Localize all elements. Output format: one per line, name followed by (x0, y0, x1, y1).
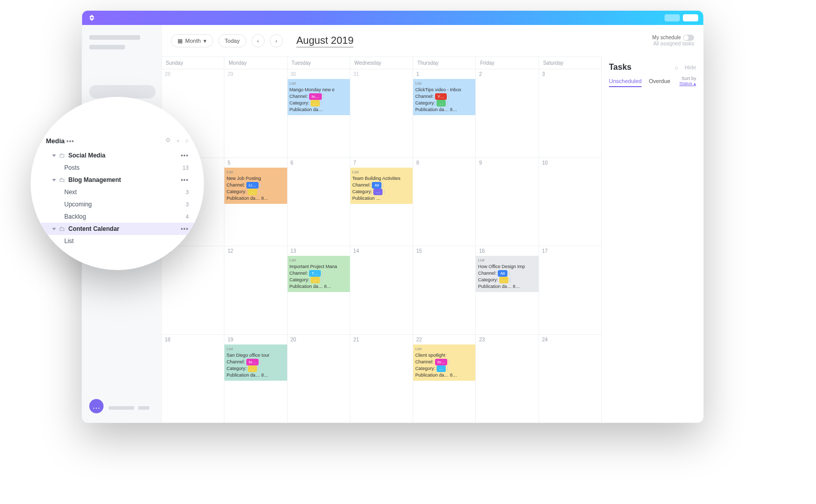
day-cell[interactable]: 29 (224, 69, 287, 157)
folder-icon: 🗀 (59, 152, 65, 159)
task-card[interactable]: ListHow Office Design ImpChannel: AllCat… (476, 256, 538, 292)
window-controls (665, 14, 698, 21)
task-card[interactable]: ListClient spotlightChannel: In…Category… (413, 344, 475, 381)
chat-icon[interactable]: … (89, 399, 104, 413)
task-card[interactable]: ListNew Job PostingChannel: Li…Category:… (224, 168, 287, 204)
day-cell[interactable]: 2 (476, 69, 539, 157)
day-cell[interactable]: 14 (350, 246, 413, 334)
window-control-pill[interactable] (683, 14, 698, 21)
hide-button[interactable]: Hide (684, 64, 696, 70)
search-icon[interactable]: ⌕ (185, 137, 189, 145)
day-cell[interactable]: 21 (350, 334, 413, 423)
day-cell[interactable]: 23 (476, 334, 539, 423)
category-chip: … (311, 277, 320, 283)
caret-down-icon (52, 228, 56, 230)
day-cell[interactable]: 9 (476, 157, 539, 246)
list-item[interactable]: Backlog4 (46, 210, 189, 223)
day-number: 2 (476, 69, 538, 79)
placeholder-line (89, 45, 125, 49)
space-name[interactable]: Media (46, 137, 65, 145)
task-card[interactable]: ListTeam Building ActivitiesChannel: All… (350, 168, 413, 204)
item-count: 3 (186, 189, 189, 195)
day-number: 21 (350, 335, 413, 344)
folder-icon: 🗀 (59, 225, 65, 232)
day-cell[interactable]: 24 (539, 334, 601, 423)
day-cell[interactable]: 16ListHow Office Design ImpChannel: AllC… (476, 246, 539, 334)
task-channel-row: Channel: All (478, 270, 536, 277)
task-card[interactable]: ListSan Diego office tourChannel: In…Cat… (224, 344, 287, 381)
task-card[interactable]: ListMango Monday new eChannel: In…Catego… (288, 79, 350, 115)
more-icon[interactable]: ••• (66, 138, 74, 145)
more-icon[interactable]: ••• (181, 225, 189, 232)
day-cell[interactable]: 7ListTeam Building ActivitiesChannel: Al… (350, 157, 413, 246)
task-list-label: List (290, 80, 348, 87)
folder-name: Content Calendar (68, 225, 119, 232)
list-item[interactable]: Next3 (46, 186, 189, 198)
more-icon[interactable]: ••• (181, 176, 189, 183)
day-cell[interactable]: 11 (162, 246, 224, 334)
day-number: 3 (539, 69, 601, 79)
task-list-label: List (352, 169, 411, 175)
day-cell[interactable]: 18 (162, 334, 224, 423)
plus-icon[interactable]: ＋ (175, 137, 181, 145)
search-placeholder[interactable] (89, 85, 156, 98)
task-channel-row: Channel: Y… (415, 93, 473, 100)
task-list-label: List (415, 346, 473, 352)
gear-icon[interactable]: ⚙ (165, 137, 171, 145)
day-header: Friday (476, 57, 539, 69)
placeholder-line (138, 406, 149, 410)
day-cell[interactable]: 3 (539, 69, 601, 157)
day-cell[interactable]: 19ListSan Diego office tourChannel: In…C… (224, 334, 287, 423)
more-icon[interactable]: ••• (181, 152, 189, 159)
task-card[interactable]: ListImportant Project ManaChannel: T…Cat… (288, 256, 350, 292)
prev-button[interactable]: ‹ (251, 34, 265, 47)
day-cell[interactable]: 31 (350, 69, 413, 157)
day-cell[interactable]: 1ListClickTips video - InboxChannel: Y…C… (413, 69, 476, 157)
next-button[interactable]: › (270, 34, 283, 47)
day-cell[interactable]: 8 (413, 157, 476, 246)
folder-item[interactable]: 🗀Blog Management••• (46, 174, 189, 186)
tab-unscheduled[interactable]: Unscheduled (609, 78, 642, 87)
day-cell[interactable]: 10 (539, 157, 601, 246)
task-title: Client spotlight (415, 352, 473, 359)
task-list-label: List (478, 257, 536, 263)
task-pub-row: Publication da… 8… (415, 107, 473, 113)
task-title: New Job Posting (226, 175, 285, 182)
list-item[interactable]: Posts13 (46, 162, 189, 174)
day-cell[interactable]: 12 (224, 246, 287, 334)
view-selector-button[interactable]: ▦ Month ▾ (171, 34, 213, 47)
task-card[interactable]: ListClickTips video - InboxChannel: Y…Ca… (413, 79, 475, 115)
item-count: 4 (186, 214, 189, 220)
day-cell[interactable]: 17 (539, 246, 601, 334)
channel-chip: Y… (435, 93, 447, 100)
tasks-panel-title: Tasks (609, 63, 631, 72)
day-cell[interactable]: 6 (288, 157, 350, 246)
list-item[interactable]: List8 (46, 235, 189, 247)
category-chip: … (248, 365, 257, 372)
folder-item[interactable]: 🗀Content Calendar••• (31, 223, 204, 235)
my-schedule-toggle[interactable]: My schedule All assigned tasks (652, 35, 694, 47)
list-item[interactable]: Upcoming3 (46, 198, 189, 210)
day-cell[interactable]: 30ListMango Monday new eChannel: In…Cate… (288, 69, 350, 157)
window-control-pill[interactable] (665, 14, 680, 21)
folder-item[interactable]: 🗀Social Media••• (46, 149, 189, 162)
day-cell[interactable]: 20 (288, 334, 350, 423)
caret-down-icon (52, 154, 56, 157)
search-icon[interactable]: ⌕ (675, 64, 678, 70)
day-number: 17 (539, 246, 601, 256)
day-number: 12 (224, 246, 287, 256)
day-cell[interactable]: 13ListImportant Project ManaChannel: T…C… (288, 246, 350, 334)
toggle-icon[interactable] (683, 35, 694, 41)
channel-chip: T… (309, 270, 321, 277)
day-cell[interactable]: 15 (413, 246, 476, 334)
category-chip: … (437, 365, 446, 372)
day-number: 14 (350, 246, 413, 256)
day-number: 30 (288, 69, 350, 79)
tab-overdue[interactable]: Overdue (649, 78, 670, 87)
today-button[interactable]: Today (218, 34, 246, 47)
channel-chip: In… (246, 359, 259, 365)
task-title: Mango Monday new e (290, 87, 348, 93)
day-cell[interactable]: 22ListClient spotlightChannel: In…Catego… (413, 334, 476, 423)
item-count: 3 (186, 201, 189, 207)
day-cell[interactable]: 5ListNew Job PostingChannel: Li…Category… (224, 157, 287, 246)
